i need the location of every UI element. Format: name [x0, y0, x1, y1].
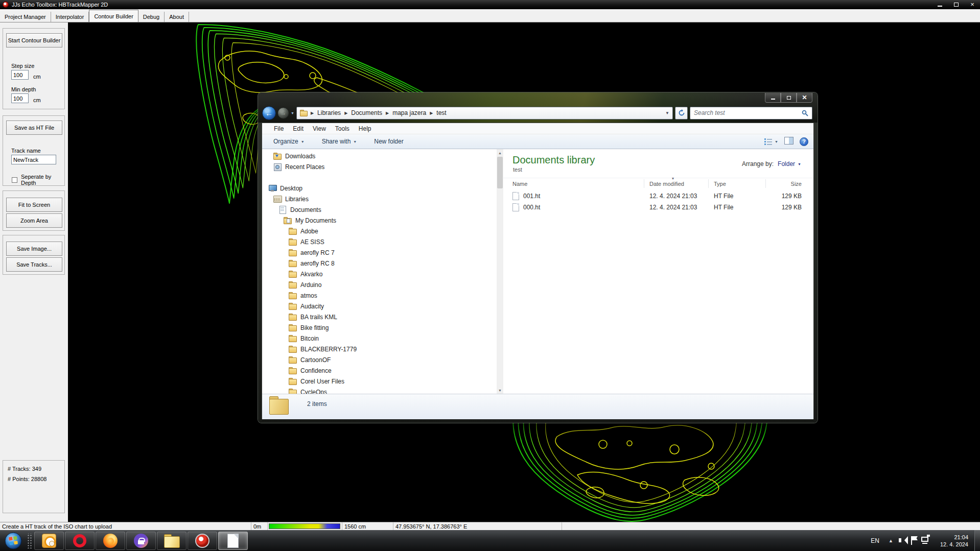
- tree-item-confidence[interactable]: Confidence: [262, 365, 497, 376]
- tree-item-audacity[interactable]: Audacity: [262, 301, 497, 312]
- menu-file[interactable]: File: [269, 125, 288, 132]
- taskbar-firefox-button[interactable]: [96, 532, 125, 550]
- menu-help[interactable]: Help: [354, 125, 376, 132]
- file-row[interactable]: 001.ht 12. 4. 2024 21:03 HT File 129 KB: [503, 190, 813, 202]
- explorer-close-button[interactable]: ✕: [797, 93, 812, 103]
- help-button[interactable]: ?: [800, 137, 808, 146]
- show-hidden-icons-arrow[interactable]: ▲: [884, 538, 897, 543]
- menu-tools[interactable]: Tools: [331, 125, 354, 132]
- tree-item-recent-places[interactable]: Recent Places: [262, 161, 497, 172]
- breadcrumb-mapa-jazera[interactable]: mapa jazera: [390, 108, 429, 117]
- save-image-button[interactable]: Save Image...: [6, 242, 62, 256]
- clock[interactable]: 21:04 12. 4. 2024: [933, 534, 974, 548]
- tree-item-cycleops[interactable]: CycleOps: [262, 387, 497, 394]
- tree-item-bitcoin[interactable]: Bitcoin: [262, 333, 497, 344]
- breadcrumb-libraries[interactable]: Libraries: [315, 108, 343, 117]
- refresh-button[interactable]: [675, 107, 688, 119]
- scroll-up-icon[interactable]: ▲: [497, 149, 503, 156]
- taskbar-focus-browser-button[interactable]: [126, 532, 156, 550]
- address-bar[interactable]: ▶ Libraries ▶ Documents ▶ mapa jazera ▶ …: [296, 107, 673, 119]
- search-box[interactable]: [690, 107, 812, 119]
- step-size-input[interactable]: [11, 70, 29, 80]
- tree-item-desktop[interactable]: Desktop: [262, 183, 497, 194]
- chevron-down-icon: ▼: [353, 140, 357, 143]
- breadcrumb-test[interactable]: test: [434, 108, 449, 117]
- column-header-date-modified[interactable]: Date modified: [644, 179, 709, 188]
- tree-item-downloads[interactable]: Downloads: [262, 151, 497, 161]
- explorer-titlebar[interactable]: ✕ ← → ▼ ▶ Libraries ▶ Documents ▶ mapa j…: [258, 92, 818, 123]
- menu-view[interactable]: View: [308, 125, 331, 132]
- network-icon[interactable]: [920, 530, 933, 551]
- tree-item-aerofly-rc-7[interactable]: aerofly RC 7: [262, 247, 497, 258]
- folder-icon: [289, 281, 297, 289]
- arrange-by-value[interactable]: Folder: [778, 160, 795, 167]
- search-input[interactable]: [694, 108, 799, 118]
- share-with-button[interactable]: Share with▼: [322, 138, 357, 145]
- tab-debug[interactable]: Debug: [138, 12, 165, 22]
- app-close-button[interactable]: ×: [968, 1, 977, 8]
- tree-item-bike-fitting[interactable]: Bike fitting: [262, 322, 497, 333]
- tree-item-documents[interactable]: Documents: [262, 204, 497, 215]
- organize-button[interactable]: Organize▼: [273, 138, 305, 145]
- tree-item-corel-user-files[interactable]: Corel User Files: [262, 376, 497, 387]
- file-row[interactable]: 000.ht 12. 4. 2024 21:03 HT File 129 KB: [503, 202, 813, 213]
- change-view-button[interactable]: ▼: [764, 138, 778, 145]
- menu-edit[interactable]: Edit: [288, 125, 308, 132]
- column-header-size[interactable]: Size: [766, 179, 805, 188]
- language-indicator[interactable]: EN: [866, 537, 884, 544]
- volume-icon[interactable]: [897, 530, 908, 551]
- track-name-input[interactable]: [11, 155, 56, 164]
- explorer-minimize-button[interactable]: [765, 93, 781, 103]
- tab-about[interactable]: About: [165, 12, 189, 22]
- taskbar-document-viewer-button[interactable]: [218, 532, 248, 550]
- taskbar-echo-toolbox-button[interactable]: [188, 532, 217, 550]
- arrange-by[interactable]: Arrange by: Folder▼: [742, 160, 801, 167]
- folder-icon: [289, 377, 297, 385]
- tree-item-ae-siss[interactable]: AE SISS: [262, 236, 497, 247]
- tree-item-akvarko[interactable]: Akvarko: [262, 269, 497, 279]
- scrollbar-thumb[interactable]: [497, 157, 503, 188]
- column-header-type[interactable]: Type: [709, 179, 766, 188]
- tab-project-manager[interactable]: Project Manager: [0, 12, 51, 22]
- tab-contour-builder[interactable]: Contour Builder: [89, 10, 138, 22]
- start-button[interactable]: [1, 531, 26, 550]
- tab-interpolator[interactable]: Interpolator: [51, 12, 89, 22]
- show-desktop-button[interactable]: [974, 530, 980, 551]
- separate-by-depth-checkbox[interactable]: [12, 177, 17, 183]
- column-header-name[interactable]: Name: [512, 179, 644, 188]
- preview-pane-button[interactable]: [784, 137, 794, 147]
- tree-item-my-documents[interactable]: My Documents: [262, 215, 497, 226]
- taskbar-file-explorer-button[interactable]: [157, 532, 186, 550]
- tree-item-adobe[interactable]: Adobe: [262, 226, 497, 236]
- taskbar-outlook-button[interactable]: [34, 532, 64, 550]
- zoom-area-button[interactable]: Zoom Area: [6, 213, 62, 228]
- fit-to-screen-button[interactable]: Fit to Screen: [6, 198, 62, 212]
- tree-scrollbar[interactable]: ▲ ▼: [497, 149, 503, 394]
- tree-item-cartoonof[interactable]: CartoonOF: [262, 354, 497, 365]
- save-tracks-button[interactable]: Save Tracks...: [6, 257, 62, 272]
- breadcrumb-documents[interactable]: Documents: [348, 108, 385, 117]
- min-depth-input[interactable]: [11, 93, 29, 103]
- scroll-down-icon[interactable]: ▼: [497, 387, 503, 394]
- start-contour-builder-button[interactable]: Start Contour Builder: [6, 33, 62, 47]
- status-hint: Create a HT track of the ISO chart to up…: [0, 522, 251, 530]
- history-dropdown-icon[interactable]: ▼: [291, 111, 294, 115]
- echo-toolbox-icon: [195, 534, 209, 548]
- explorer-maximize-button[interactable]: [781, 93, 797, 103]
- address-dropdown-icon[interactable]: ▼: [665, 111, 669, 115]
- tree-item-atmos[interactable]: atmos: [262, 290, 497, 301]
- tree-item-ba-trails-kml[interactable]: BA trails KML: [262, 312, 497, 322]
- app-minimize-button[interactable]: [935, 1, 944, 8]
- tree-item-aerofly-rc-8[interactable]: aerofly RC 8: [262, 258, 497, 269]
- tree-item-blackberry-1779[interactable]: BLACKBERRY-1779: [262, 344, 497, 354]
- action-center-flag-icon[interactable]: [908, 530, 920, 551]
- forward-button[interactable]: →: [277, 107, 289, 119]
- tree-item-libraries[interactable]: Libraries: [262, 194, 497, 204]
- items-count: 2 items: [307, 400, 327, 408]
- save-as-ht-file-button[interactable]: Save as HT File: [6, 121, 62, 135]
- new-folder-button[interactable]: New folder: [374, 138, 403, 145]
- back-button[interactable]: ←: [262, 106, 276, 120]
- taskbar-opera-button[interactable]: [65, 532, 95, 550]
- tree-item-arduino[interactable]: Arduino: [262, 279, 497, 290]
- app-maximize-button[interactable]: [951, 1, 961, 8]
